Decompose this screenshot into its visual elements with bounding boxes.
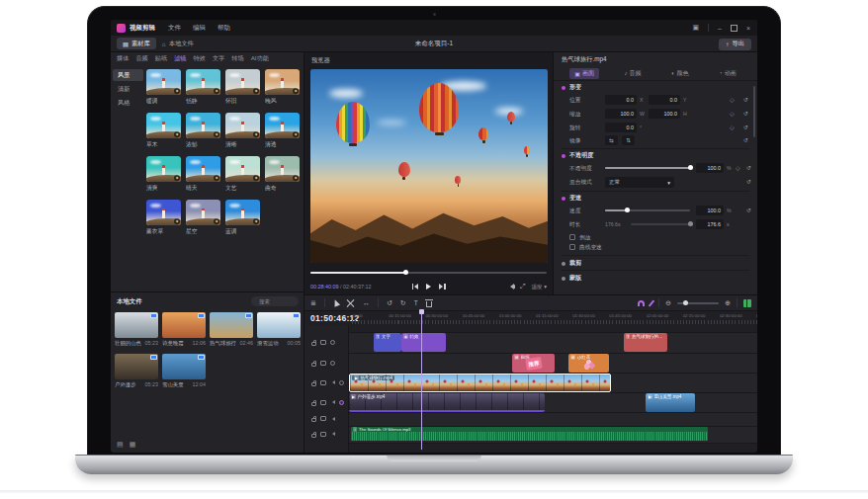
flip-vertical-icon[interactable]: ⇅ xyxy=(622,135,635,145)
media-item[interactable]: 户外漫步 05:23 xyxy=(115,354,158,388)
mute-icon[interactable] xyxy=(330,417,335,421)
asset-tab[interactable]: 特效 xyxy=(194,54,206,63)
track-view-toggle-icon[interactable] xyxy=(743,299,751,307)
snap-magnet-icon[interactable] xyxy=(638,300,645,306)
text-clip[interactable]: T文字 xyxy=(374,333,401,352)
keyframe-pen-icon[interactable] xyxy=(649,299,655,306)
curve-speed-checkbox[interactable] xyxy=(569,244,575,250)
filter-item[interactable]: ◆ 浓郁 xyxy=(186,113,223,149)
reset-icon[interactable]: ↺ xyxy=(746,164,751,171)
position-y-input[interactable]: 0.0 xyxy=(649,95,680,105)
effect-clip[interactable]: ◈特效 xyxy=(401,333,446,352)
filter-category[interactable]: 风景 xyxy=(113,69,143,81)
video-clip[interactable]: ▶户外漫步.mp4 xyxy=(349,393,545,412)
track-manager-icon[interactable]: ≣ xyxy=(310,299,316,307)
section-crop[interactable]: 裁剪 xyxy=(562,259,581,268)
rotate-input[interactable]: 0.0 xyxy=(605,123,637,132)
volume-icon[interactable] xyxy=(507,284,514,290)
minimize-button[interactable]: – xyxy=(718,25,722,32)
speed-slider[interactable] xyxy=(605,209,690,211)
keyframe-icon[interactable]: ◇ xyxy=(736,164,740,171)
playhead[interactable] xyxy=(421,313,422,450)
fit-dropdown[interactable]: 适应 ▾ xyxy=(532,284,548,291)
keyframe-icon[interactable]: ◇ xyxy=(730,96,735,103)
reset-icon[interactable]: ↺ xyxy=(743,110,748,117)
asset-tab[interactable]: 贴纸 xyxy=(155,54,167,63)
media-item[interactable]: 热气球旅行 02:46 xyxy=(210,312,253,347)
lock-icon[interactable] xyxy=(311,402,316,406)
duration-slider[interactable] xyxy=(631,223,690,225)
lock-icon[interactable] xyxy=(311,418,316,422)
section-transform[interactable]: 形变 xyxy=(562,83,581,92)
next-frame-button[interactable] xyxy=(439,284,446,290)
filter-item[interactable]: ◆ 清晰 xyxy=(225,113,263,149)
filter-item[interactable]: ◆ 怀旧 xyxy=(225,69,263,106)
scale-h-input[interactable]: 100.0 xyxy=(649,109,680,119)
text-tool-icon[interactable]: T xyxy=(414,299,418,306)
list-view-icon[interactable]: ▤ xyxy=(117,441,124,449)
mute-icon[interactable] xyxy=(330,432,335,436)
menu-item[interactable]: 编辑 xyxy=(193,24,206,31)
track-target-icon[interactable] xyxy=(330,361,335,366)
track-target-icon[interactable] xyxy=(330,340,335,345)
undo-icon[interactable]: ↺ xyxy=(387,299,392,307)
asset-tab[interactable]: 文字 xyxy=(213,54,224,63)
track-visibility-icon[interactable] xyxy=(320,432,326,437)
filter-item[interactable]: ◆ 草木 xyxy=(146,113,184,149)
filter-category[interactable]: 风格 xyxy=(113,97,143,109)
track-target-icon[interactable] xyxy=(339,400,344,405)
cut-tool-icon[interactable] xyxy=(347,299,355,307)
section-speed[interactable]: 变速 xyxy=(562,194,581,203)
filter-item[interactable]: ◆ 蓝调 xyxy=(225,200,263,236)
filter-item[interactable]: ◆ 薰衣草 xyxy=(146,200,184,236)
filter-category[interactable]: 清新 xyxy=(113,83,143,95)
section-mask[interactable]: 蒙版 xyxy=(562,274,581,283)
maximize-button[interactable] xyxy=(731,25,738,32)
timeline-ruler[interactable]: 01:50:46:12 00:0000:15:00:0000:30:00:000… xyxy=(304,311,757,325)
zoom-out-icon[interactable]: ⊖ xyxy=(665,299,671,307)
preview-progress-knob[interactable] xyxy=(403,270,408,275)
delete-icon[interactable] xyxy=(426,301,432,307)
zoom-in-icon[interactable]: ⊕ xyxy=(725,299,731,307)
grid-view-icon[interactable]: ▦ xyxy=(130,441,136,449)
filter-item[interactable]: ◆ 晴天 xyxy=(186,156,223,193)
scrollbar[interactable] xyxy=(753,86,755,137)
asset-tab[interactable]: 转场 xyxy=(231,54,243,63)
reset-icon[interactable]: ↺ xyxy=(746,207,751,213)
reset-icon[interactable]: ↺ xyxy=(743,96,748,103)
filter-item[interactable]: ◆ 文艺 xyxy=(225,156,263,193)
mute-icon[interactable] xyxy=(330,400,335,404)
track-visibility-icon[interactable] xyxy=(320,361,326,366)
media-item[interactable]: 雪山美景 12:04 xyxy=(162,354,206,388)
asset-tab[interactable]: 滤镜 xyxy=(174,54,186,63)
select-tool-icon[interactable] xyxy=(332,298,340,307)
asset-tab[interactable]: 媒体 xyxy=(117,54,129,63)
video-clip[interactable]: ▶雪山美景.mp4 xyxy=(646,393,695,412)
lock-icon[interactable] xyxy=(311,342,316,346)
track-target-icon[interactable] xyxy=(339,380,344,385)
menu-item[interactable]: 帮助 xyxy=(217,24,230,31)
track-visibility-icon[interactable] xyxy=(320,400,326,405)
scale-w-input[interactable]: 100.0 xyxy=(605,109,637,119)
asset-tab[interactable]: AI功能 xyxy=(251,54,269,63)
section-opacity[interactable]: 不透明度 xyxy=(562,151,593,160)
lock-icon[interactable] xyxy=(311,363,316,367)
keyframe-icon[interactable]: ◇ xyxy=(730,124,735,130)
filter-item[interactable]: ◆ 曲奇 xyxy=(265,156,303,193)
media-item[interactable]: 滑雪运动 00:05 xyxy=(257,312,301,347)
audio-clip[interactable]: ♪The Sounds Of Silence.mp3 xyxy=(351,427,708,441)
menu-item[interactable]: 文件 xyxy=(168,24,181,31)
play-button[interactable] xyxy=(426,284,431,290)
search-input[interactable]: 搜索 xyxy=(251,296,299,306)
filter-item[interactable]: ◆ 暖调 xyxy=(146,69,184,106)
fullscreen-icon[interactable]: ⤢ xyxy=(520,283,526,291)
mute-icon[interactable] xyxy=(330,380,335,384)
filter-item[interactable]: ◆ 恬静 xyxy=(186,69,223,106)
blend-mode-dropdown[interactable]: 正常 ▾ xyxy=(605,177,674,188)
properties-tab[interactable]: ◐ 颜色 xyxy=(666,68,694,79)
properties-tab[interactable]: ▣ 画面 xyxy=(569,68,599,79)
sticker-clip[interactable]: ⊞小红花 xyxy=(568,354,609,373)
title-clip[interactable]: T热气球旅行的文字 xyxy=(624,333,667,352)
reset-icon[interactable]: ↺ xyxy=(743,124,748,130)
library-button[interactable]: ▤ 素材库 xyxy=(117,38,156,49)
